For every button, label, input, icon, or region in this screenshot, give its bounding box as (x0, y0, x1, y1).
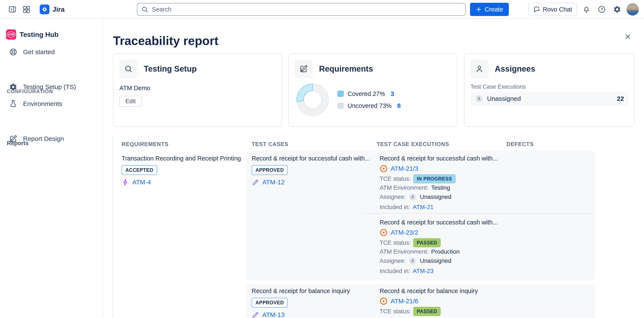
execution-key-row: ATM-21/3 (380, 164, 591, 173)
requirement-status-badge: ACCEPTED (122, 165, 157, 175)
assignees-card-title: Assignees (495, 59, 535, 78)
edit-button[interactable]: Edit (120, 96, 142, 107)
execution-separator (362, 213, 595, 214)
gear-icon (9, 83, 18, 91)
app-switcher-icon[interactable] (21, 4, 32, 14)
requirement-cell: Transaction Recording and Receipt Printi… (122, 155, 244, 187)
execution-block: Record & receipt for successful cash wit… (380, 219, 591, 276)
uncovered-swatch (337, 102, 344, 109)
sidebar-item-get-started[interactable]: Get started (0, 45, 102, 59)
close-icon (624, 33, 632, 40)
jira-logo-icon (40, 4, 50, 14)
column-header-test-case-executions: TEST CASE EXECUTIONS (376, 140, 449, 148)
execution-key-row: ATM-21/6 (380, 297, 591, 306)
rovo-chat-button[interactable]: Rovo Chat (528, 3, 577, 16)
jira-home-link[interactable]: Jira (40, 0, 64, 19)
edit-square-icon (9, 134, 18, 143)
assignees-card: Assignees Test Case Executions Unassigne… (464, 53, 634, 127)
execution-key-link[interactable]: ATM-21/3 (391, 165, 418, 172)
sidebar-collapse-icon[interactable] (7, 4, 18, 14)
assignee-count: 22 (617, 95, 624, 102)
test-case-cell: Record & receipt for successful cash wit… (252, 155, 372, 187)
lightning-bolt-icon (122, 178, 129, 186)
test-case-key-row: ATM-12 (252, 178, 372, 187)
assignee-row-unassigned[interactable]: Unassigned 22 (470, 92, 628, 105)
edit-square-tile-icon (294, 59, 313, 78)
play-circle-icon (380, 165, 388, 173)
settings-gear-icon[interactable] (612, 4, 622, 14)
uncovered-count-link[interactable]: 8 (397, 102, 401, 109)
table-left-border (112, 136, 113, 318)
lifebuoy-icon (9, 48, 18, 56)
requirement-key-row: ATM-4 (122, 178, 244, 187)
execution-key-link[interactable]: ATM-21/6 (391, 298, 418, 305)
execution-status-line: TCE status: PASSED (380, 307, 591, 316)
pencil-icon (252, 311, 259, 318)
sidebar-app-header: ATM Testing Hub (6, 29, 59, 40)
person-tile-icon (470, 59, 489, 78)
execution-status-line: TCE status: IN PROGRESS (380, 174, 591, 184)
requirements-card-title: Requirements (319, 59, 373, 78)
search-tile-icon (119, 59, 138, 78)
execution-block: Record & receipt for successful cash wit… (380, 155, 591, 212)
execution-assignee-line: Assignee: Unassigned (380, 256, 591, 266)
execution-block: Record & receipt for balance inquiry ATM… (380, 287, 591, 318)
top-navbar: Jira Create Rovo Chat (0, 0, 644, 19)
test-case-key-link[interactable]: ATM-13 (262, 311, 284, 318)
chat-sparkle-icon (533, 6, 540, 13)
testing-setup-card-title: Testing Setup (144, 59, 196, 78)
included-in-link[interactable]: ATM-23 (413, 268, 434, 275)
covered-count-link[interactable]: 3 (391, 90, 394, 97)
execution-title: Record & receipt for successful cash wit… (380, 219, 591, 226)
status-badge: PASSED (413, 307, 440, 316)
column-header-test-cases: TEST CASES (252, 140, 288, 148)
test-case-cell: Record & receipt for balance inquiry APP… (252, 287, 372, 318)
global-search (137, 3, 466, 16)
status-badge: PASSED (413, 238, 440, 247)
pencil-icon (252, 178, 259, 186)
test-case-status-badge: APPROVED (252, 298, 288, 308)
covered-swatch (337, 91, 344, 97)
included-in-link[interactable]: ATM-21 (413, 204, 434, 211)
page-title: Traceability report (113, 34, 218, 48)
coverage-legend: Covered 27% 3 Uncovered 73% 8 (337, 89, 401, 110)
execution-assignee-line: Assignee: Unassigned (380, 192, 591, 202)
execution-key-row: ATM-23/2 (380, 228, 591, 237)
sidebar-item-report-design[interactable]: Report Design (0, 132, 102, 146)
assignees-subtitle: Test Case Executions (470, 83, 526, 90)
coverage-donut-chart (295, 82, 330, 117)
test-case-status-badge: APPROVED (252, 165, 288, 175)
execution-environment-line: ATM Environment: Testing (380, 316, 591, 318)
execution-environment-line: ATM Environment: Testing (380, 184, 591, 192)
jira-testing-hub-app: Jira Create Rovo Chat (0, 0, 644, 318)
requirement-title: Transaction Recording and Receipt Printi… (122, 155, 244, 162)
help-icon[interactable]: ? (597, 4, 607, 14)
unassigned-avatar-icon (475, 94, 483, 103)
notifications-bell-icon[interactable] (581, 4, 592, 14)
unassigned-avatar-icon (408, 193, 417, 201)
execution-included-line: Included in: ATM-23 (380, 267, 591, 276)
testing-setup-card: Testing Setup ATM Demo Edit (113, 53, 282, 127)
legend-row-uncovered: Uncovered 73% 8 (337, 101, 401, 110)
test-case-title: Record & receipt for successful cash wit… (252, 155, 372, 162)
sidebar-item-environments[interactable]: Environments (0, 97, 102, 111)
product-name: Jira (52, 5, 64, 13)
test-case-key-row: ATM-13 (252, 310, 372, 318)
play-circle-icon (380, 229, 388, 237)
search-input[interactable] (137, 3, 466, 16)
test-case-key-link[interactable]: ATM-12 (262, 179, 284, 186)
create-button[interactable]: Create (470, 3, 509, 16)
main-content: Traceability report Testing Setup ATM De… (103, 19, 644, 318)
test-case-title: Record & receipt for balance inquiry (252, 287, 372, 295)
flask-icon (9, 99, 18, 108)
unassigned-avatar-icon (408, 257, 417, 265)
execution-included-line: Included in: ATM-21 (380, 203, 591, 212)
testing-setup-project: ATM Demo (120, 85, 150, 92)
sidebar: ATM Testing Hub Get started CONFIGURATIO… (0, 19, 103, 318)
user-avatar[interactable] (626, 3, 639, 15)
close-report-button[interactable] (622, 31, 633, 42)
requirement-key-link[interactable]: ATM-4 (132, 179, 151, 186)
sidebar-item-testing-setup[interactable]: Testing Setup (TS) (0, 80, 102, 94)
execution-title: Record & receipt for successful cash wit… (380, 155, 591, 162)
execution-key-link[interactable]: ATM-23/2 (391, 229, 418, 236)
